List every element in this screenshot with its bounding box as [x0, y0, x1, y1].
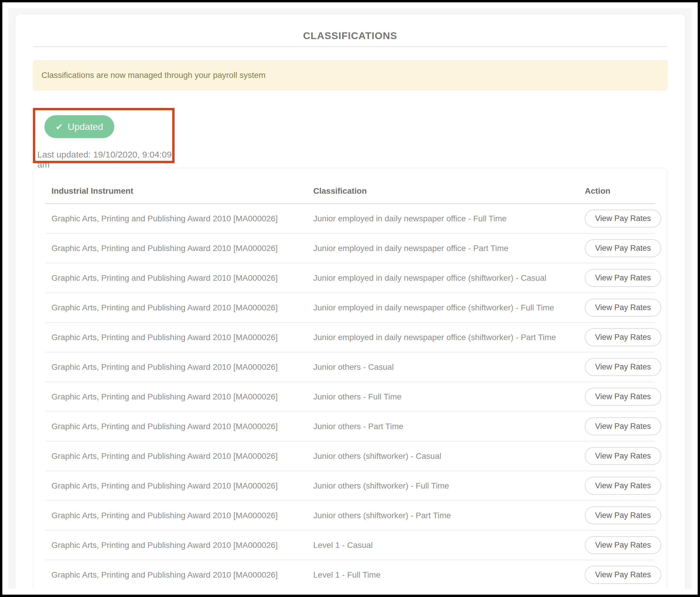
classification-cell: Junior employed in daily newspaper offic…	[313, 204, 585, 234]
instrument-cell: Graphic Arts, Printing and Publishing Aw…	[45, 441, 313, 471]
updated-badge-label: Updated	[68, 121, 103, 132]
updated-status-badge: ✔ Updated	[44, 115, 114, 138]
classification-cell: Junior others - Casual	[313, 352, 585, 382]
view-pay-rates-button[interactable]: View Pay Rates	[585, 566, 661, 584]
action-cell: View Pay Rates	[585, 530, 655, 560]
action-cell: View Pay Rates	[585, 322, 655, 352]
column-header-action: Action	[585, 168, 655, 204]
view-pay-rates-button[interactable]: View Pay Rates	[585, 328, 661, 346]
payroll-alert: Classifications are now managed through …	[33, 60, 667, 90]
action-cell: View Pay Rates	[585, 233, 655, 263]
classifications-table: Industrial Instrument Classification Act…	[45, 168, 655, 589]
action-cell: View Pay Rates	[585, 560, 655, 589]
view-pay-rates-button[interactable]: View Pay Rates	[585, 209, 661, 227]
view-pay-rates-button[interactable]: View Pay Rates	[585, 417, 661, 435]
action-cell: View Pay Rates	[585, 293, 655, 322]
title-divider	[33, 46, 667, 47]
instrument-cell: Graphic Arts, Printing and Publishing Aw…	[45, 382, 313, 412]
instrument-cell: Graphic Arts, Printing and Publishing Aw…	[45, 560, 313, 589]
table-header-row: Industrial Instrument Classification Act…	[45, 168, 655, 204]
classification-cell: Junior others (shiftworker) - Full Time	[313, 471, 585, 501]
table-row: Graphic Arts, Printing and Publishing Aw…	[45, 382, 655, 412]
last-updated-text: Last updated: 19/10/2020, 9:04:09 am	[37, 150, 172, 170]
action-cell: View Pay Rates	[585, 352, 655, 382]
column-header-industrial-instrument: Industrial Instrument	[45, 168, 313, 204]
classifications-table-container: Industrial Instrument Classification Act…	[33, 168, 667, 589]
table-row: Graphic Arts, Printing and Publishing Aw…	[45, 293, 655, 322]
page-title: CLASSIFICATIONS	[33, 15, 667, 42]
view-pay-rates-button[interactable]: View Pay Rates	[585, 506, 661, 524]
page-background: CLASSIFICATIONS Classifications are now …	[8, 8, 692, 589]
action-cell: View Pay Rates	[585, 501, 655, 530]
view-pay-rates-button[interactable]: View Pay Rates	[585, 447, 661, 465]
classification-cell: Junior employed in daily newspaper offic…	[313, 293, 585, 322]
view-pay-rates-button[interactable]: View Pay Rates	[585, 358, 661, 376]
classification-cell: Junior employed in daily newspaper offic…	[313, 322, 585, 352]
column-header-classification: Classification	[313, 168, 585, 204]
view-pay-rates-button[interactable]: View Pay Rates	[585, 388, 661, 406]
classification-cell: Junior others - Part Time	[313, 412, 585, 441]
table-row: Graphic Arts, Printing and Publishing Aw…	[45, 412, 655, 441]
instrument-cell: Graphic Arts, Printing and Publishing Aw…	[45, 233, 313, 263]
check-icon: ✔	[55, 122, 63, 132]
action-cell: View Pay Rates	[585, 471, 655, 501]
instrument-cell: Graphic Arts, Printing and Publishing Aw…	[45, 412, 313, 441]
table-row: Graphic Arts, Printing and Publishing Aw…	[45, 560, 655, 589]
instrument-cell: Graphic Arts, Printing and Publishing Aw…	[45, 352, 313, 382]
table-row: Graphic Arts, Printing and Publishing Aw…	[45, 204, 655, 234]
view-pay-rates-button[interactable]: View Pay Rates	[585, 239, 661, 257]
table-row: Graphic Arts, Printing and Publishing Aw…	[45, 322, 655, 352]
instrument-cell: Graphic Arts, Printing and Publishing Aw…	[45, 322, 313, 352]
table-row: Graphic Arts, Printing and Publishing Aw…	[45, 441, 655, 471]
table-row: Graphic Arts, Printing and Publishing Aw…	[45, 352, 655, 382]
view-pay-rates-button[interactable]: View Pay Rates	[585, 536, 661, 554]
table-row: Graphic Arts, Printing and Publishing Aw…	[45, 501, 655, 530]
instrument-cell: Graphic Arts, Printing and Publishing Aw…	[45, 471, 313, 501]
payroll-alert-message: Classifications are now managed through …	[42, 71, 266, 80]
screenshot-frame: CLASSIFICATIONS Classifications are now …	[0, 0, 700, 597]
action-cell: View Pay Rates	[585, 263, 655, 293]
action-cell: View Pay Rates	[585, 441, 655, 471]
view-pay-rates-button[interactable]: View Pay Rates	[585, 269, 661, 287]
classification-cell: Level 1 - Casual	[313, 530, 585, 560]
instrument-cell: Graphic Arts, Printing and Publishing Aw…	[45, 501, 313, 530]
table-row: Graphic Arts, Printing and Publishing Aw…	[45, 530, 655, 560]
instrument-cell: Graphic Arts, Printing and Publishing Aw…	[45, 263, 313, 293]
classifications-card: CLASSIFICATIONS Classifications are now …	[15, 14, 685, 589]
table-row: Graphic Arts, Printing and Publishing Aw…	[45, 263, 655, 293]
instrument-cell: Graphic Arts, Printing and Publishing Aw…	[45, 293, 313, 322]
classification-cell: Junior others - Full Time	[313, 382, 585, 412]
classification-cell: Junior employed in daily newspaper offic…	[313, 263, 585, 293]
table-row: Graphic Arts, Printing and Publishing Aw…	[45, 233, 655, 263]
table-row: Graphic Arts, Printing and Publishing Aw…	[45, 471, 655, 501]
action-cell: View Pay Rates	[585, 382, 655, 412]
annotation-highlight-box: ✔ Updated Last updated: 19/10/2020, 9:04…	[33, 108, 175, 163]
classification-cell: Junior others (shiftworker) - Casual	[313, 441, 585, 471]
view-pay-rates-button[interactable]: View Pay Rates	[585, 299, 661, 317]
view-pay-rates-button[interactable]: View Pay Rates	[585, 477, 661, 495]
action-cell: View Pay Rates	[585, 412, 655, 441]
classification-cell: Junior others (shiftworker) - Part Time	[313, 501, 585, 530]
classification-cell: Level 1 - Full Time	[313, 560, 585, 589]
action-cell: View Pay Rates	[585, 204, 655, 234]
instrument-cell: Graphic Arts, Printing and Publishing Aw…	[45, 530, 313, 560]
instrument-cell: Graphic Arts, Printing and Publishing Aw…	[45, 204, 313, 234]
classification-cell: Junior employed in daily newspaper offic…	[313, 233, 585, 263]
